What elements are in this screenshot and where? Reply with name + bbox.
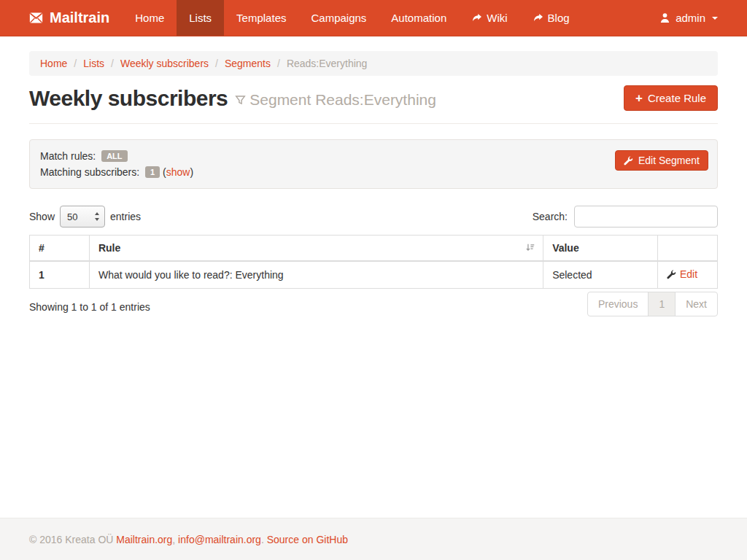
column-header-rule[interactable]: Rule <box>89 236 543 262</box>
user-menu[interactable]: admin <box>647 0 747 36</box>
breadcrumb-segments[interactable]: Segments <box>225 58 271 69</box>
rule-number-cell: 1 <box>30 261 90 288</box>
show-subscribers-link[interactable]: show <box>166 166 190 178</box>
sort-ascending-icon <box>525 243 535 253</box>
show-label: Show <box>29 211 55 222</box>
segment-summary-panel: Match rules: ALL Matching subscribers: 1… <box>29 139 718 189</box>
nav-item-templates[interactable]: Templates <box>224 0 298 36</box>
rule-text-cell: What would you like to read?: Everything <box>89 261 543 288</box>
edit-rule-link[interactable]: Edit <box>667 268 697 280</box>
matching-subscribers-line: Matching subscribers: 1 (show) <box>40 164 707 180</box>
main-content: Home / Lists / Weekly subscribers / Segm… <box>0 36 747 518</box>
header-divider <box>29 123 718 124</box>
wrench-icon <box>667 270 676 279</box>
page: Mailtrain Home Lists Templates Campaigns… <box>0 0 747 560</box>
page-header: Weekly subscribers Segment Reads:Everyth… <box>29 85 718 111</box>
table-footer: Showing 1 to 1 of 1 entries Previous 1 N… <box>29 292 718 316</box>
column-header-value[interactable]: Value <box>543 236 658 262</box>
page-length-select[interactable]: 50 <box>60 206 105 228</box>
column-header-actions <box>658 236 718 262</box>
table-controls: Show 50 entries Search: <box>29 206 718 228</box>
pagination-next[interactable]: Next <box>675 292 718 316</box>
matching-count-badge: 1 <box>145 166 160 178</box>
breadcrumb: Home / Lists / Weekly subscribers / Segm… <box>29 51 718 76</box>
match-rules-line: Match rules: ALL <box>40 148 707 164</box>
envelope-icon <box>29 12 43 23</box>
copyright-text: © 2016 Kreata OÜ <box>29 534 113 545</box>
search-control: Search: <box>533 206 718 228</box>
share-arrow-icon <box>533 13 543 23</box>
nav-item-lists[interactable]: Lists <box>177 0 224 36</box>
breadcrumb-lists[interactable]: Lists <box>83 58 104 69</box>
nav-item-automation[interactable]: Automation <box>379 0 459 36</box>
pagination: Previous 1 Next <box>587 292 718 316</box>
table-row: 1 What would you like to read?: Everythi… <box>30 261 718 288</box>
search-input[interactable] <box>574 206 718 228</box>
create-rule-button[interactable]: + Create Rule <box>624 85 718 111</box>
source-github-link[interactable]: Source on GitHub <box>267 534 348 545</box>
brand-name: Mailtrain <box>50 9 109 26</box>
person-icon <box>659 12 670 23</box>
share-arrow-icon <box>471 13 481 23</box>
nav-item-campaigns[interactable]: Campaigns <box>298 0 379 36</box>
column-header-number[interactable]: # <box>30 236 90 262</box>
page-title: Weekly subscribers <box>29 86 228 111</box>
nav-item-home[interactable]: Home <box>123 0 177 36</box>
match-rules-badge: ALL <box>101 150 127 162</box>
nav-item-wiki[interactable]: Wiki <box>459 0 519 36</box>
breadcrumb-list-name[interactable]: Weekly subscribers <box>120 58 209 69</box>
breadcrumb-home[interactable]: Home <box>40 58 67 69</box>
navbar-menu: Home Lists Templates Campaigns Automatio… <box>123 0 581 36</box>
page-subtitle: Segment Reads:Everything <box>235 91 436 109</box>
filter-funnel-icon <box>235 95 246 106</box>
plus-icon: + <box>635 93 643 104</box>
nav-item-blog[interactable]: Blog <box>520 0 582 36</box>
search-label: Search: <box>533 211 568 222</box>
edit-segment-button[interactable]: Edit Segment <box>615 150 708 171</box>
pagination-previous[interactable]: Previous <box>587 292 649 316</box>
mailtrain-org-link[interactable]: Mailtrain.org <box>116 534 172 545</box>
rules-table: # Rule Value <box>29 235 718 289</box>
select-spinner-icon <box>94 212 100 221</box>
user-name: admin <box>676 12 705 24</box>
email-link[interactable]: info@mailtrain.org <box>178 534 261 545</box>
wrench-icon <box>624 156 633 166</box>
entries-info: Showing 1 to 1 of 1 entries <box>29 292 150 313</box>
page-footer: © 2016 Kreata OÜ Mailtrain.org, info@mai… <box>0 518 747 560</box>
top-navbar: Mailtrain Home Lists Templates Campaigns… <box>0 0 747 36</box>
entries-label: entries <box>110 211 141 222</box>
table-header-row: # Rule Value <box>30 236 718 262</box>
brand-logo[interactable]: Mailtrain <box>0 0 123 36</box>
breadcrumb-current: Reads:Everything <box>287 58 368 69</box>
rule-value-cell: Selected <box>543 261 658 288</box>
page-length-control: Show 50 entries <box>29 206 141 228</box>
rule-actions-cell: Edit <box>658 261 718 288</box>
caret-down-icon <box>712 17 718 20</box>
pagination-page-1[interactable]: 1 <box>648 292 676 316</box>
